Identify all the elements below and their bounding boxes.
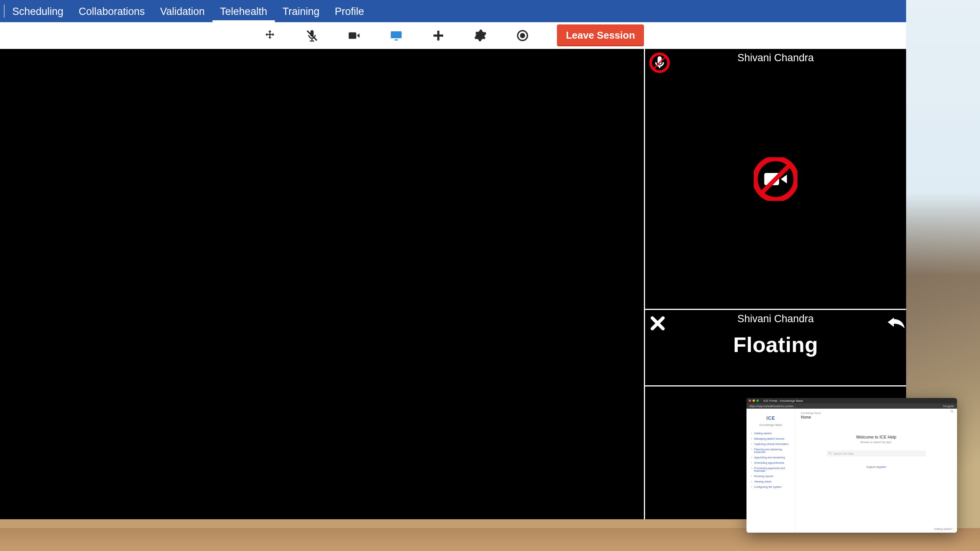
- pip-welcome-heading: Welcome to ICE Help: [801, 435, 952, 439]
- svg-line-19: [831, 454, 831, 455]
- settings-icon[interactable]: [473, 28, 488, 43]
- svg-rect-0: [312, 39, 313, 40]
- pip-esp-prefix: Explore: [867, 466, 877, 468]
- svg-rect-15: [759, 163, 792, 195]
- pip-footer-next[interactable]: Getting started ›: [934, 528, 953, 530]
- participant-tile-2: Shivani Chandra Floating: [645, 310, 906, 386]
- svg-rect-4: [391, 31, 402, 38]
- session-toolbar: Leave Session: [0, 22, 906, 49]
- mic-muted-badge-icon: [649, 52, 670, 73]
- floating-status-label: Floating: [645, 332, 906, 357]
- pip-tagline: Browse or search by topic.: [801, 441, 952, 443]
- pip-side-item[interactable]: Configuring the system: [752, 486, 792, 488]
- traffic-light-max-icon: [756, 399, 759, 402]
- pip-side-item[interactable]: Getting started: [752, 432, 792, 435]
- video-off-badge-icon: [754, 157, 797, 201]
- pip-side-item[interactable]: Processing payments and financials: [752, 467, 792, 472]
- mic-muted-icon[interactable]: [304, 28, 320, 43]
- pip-window-titlebar: ICE Portal - Knowledge Base: [746, 398, 957, 403]
- pip-side-item[interactable]: Planning and delivering treatment: [752, 448, 792, 453]
- pip-side-item[interactable]: Capturing clinical information: [752, 443, 792, 445]
- record-icon[interactable]: [515, 28, 530, 43]
- svg-rect-3: [349, 32, 356, 39]
- participant-tile-1: Shivani Chandra: [645, 49, 906, 310]
- pip-side-item[interactable]: Appointing and answering: [752, 456, 792, 459]
- traffic-light-min-icon: [753, 399, 755, 402]
- nav-tab-collaborations[interactable]: Collaborations: [71, 2, 153, 22]
- pip-page-title: Home: [801, 415, 952, 419]
- pip-tab-title: ICE Portal - Knowledge Base: [763, 399, 803, 403]
- reply-arrow-icon[interactable]: [887, 315, 905, 330]
- pip-logo: ICE: [750, 416, 792, 421]
- participant-name: Shivani Chandra: [645, 52, 906, 64]
- leave-session-button[interactable]: Leave Session: [557, 24, 644, 46]
- pip-sidebar: ICE Knowledge Base Getting started Manag…: [746, 409, 795, 533]
- svg-point-9: [521, 34, 524, 37]
- pip-side-item[interactable]: Scheduling appointments: [752, 461, 792, 464]
- video-icon[interactable]: [346, 28, 362, 43]
- add-icon[interactable]: [431, 28, 446, 43]
- pip-main: Knowledge Base Home Welcome to ICE Help …: [795, 409, 957, 533]
- close-icon[interactable]: [650, 315, 666, 331]
- pip-help-browser[interactable]: ICE Portal - Knowledge Base https://help…: [746, 398, 957, 533]
- pip-side-item[interactable]: Running reports: [752, 475, 792, 478]
- pip-search-input[interactable]: Search ICE Help: [826, 450, 926, 456]
- nav-tab-profile[interactable]: Profile: [327, 2, 372, 22]
- pip-breadcrumb: Knowledge Base: [801, 412, 952, 414]
- pip-espanol-link[interactable]: Español: [876, 466, 886, 468]
- screen-share-icon[interactable]: [389, 28, 404, 43]
- nav-tab-validation[interactable]: Validation: [152, 2, 212, 22]
- move-icon[interactable]: [262, 28, 278, 43]
- top-nav: Scheduling Collaborations Validation Tel…: [0, 0, 906, 22]
- pip-sidebar-list: Getting started Managing patient records…: [750, 432, 792, 488]
- main-video-stage: [0, 49, 645, 519]
- traffic-light-close-icon: [749, 399, 751, 402]
- svg-rect-5: [395, 39, 398, 40]
- pip-search-placeholder: Search ICE Help: [833, 452, 853, 455]
- search-icon: [829, 452, 832, 455]
- svg-point-18: [829, 452, 831, 454]
- pip-url-bar: https://help.icehealthsystems.com/kn… In…: [746, 403, 957, 409]
- pip-sidebar-heading: Knowledge Base: [750, 423, 792, 427]
- pip-language-line: Explore Español: [801, 466, 952, 468]
- nav-tab-telehealth[interactable]: Telehealth: [212, 2, 275, 22]
- svg-rect-7: [433, 34, 443, 37]
- participant-name: Shivani Chandra: [645, 313, 906, 325]
- nav-tab-scheduling[interactable]: Scheduling: [5, 2, 71, 22]
- svg-rect-1: [310, 40, 314, 41]
- pip-side-item[interactable]: Managing patient records: [752, 437, 792, 440]
- pip-incognito-label: Incognito: [943, 405, 954, 408]
- pip-body: ICE Knowledge Base Getting started Manag…: [746, 409, 957, 533]
- pip-url-text: https://help.icehealthsystems.com/kn…: [750, 405, 796, 408]
- nav-tab-training[interactable]: Training: [275, 2, 327, 22]
- pip-side-item[interactable]: Viewing charts: [752, 480, 792, 483]
